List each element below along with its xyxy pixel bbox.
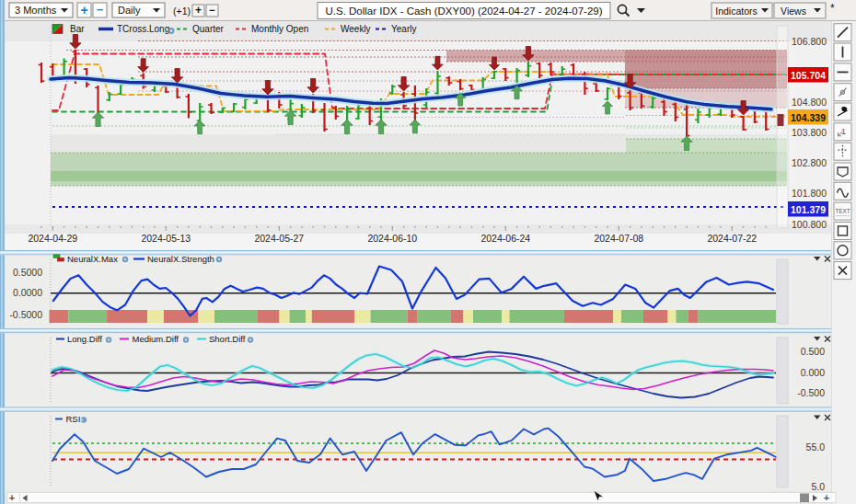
svg-text:TEXT: TEXT [835,208,850,214]
svg-text:101.379: 101.379 [791,204,826,215]
svg-text:Medium.Diff: Medium.Diff [133,334,179,344]
svg-text:2024-06-24: 2024-06-24 [480,233,530,244]
svg-text:−: − [97,3,104,17]
svg-text:2024-05-27: 2024-05-27 [254,233,304,244]
svg-text:3 Months: 3 Months [15,5,57,16]
svg-text:+: + [195,4,202,17]
svg-text:2024-07-08: 2024-07-08 [594,233,643,244]
svg-text:+: + [9,492,15,503]
svg-text:5.0: 5.0 [811,481,825,492]
svg-text:0.500: 0.500 [801,346,825,357]
svg-text:104.339: 104.339 [791,112,826,123]
svg-text:NeuralX.Max: NeuralX.Max [67,254,118,264]
svg-text:TCross.Long: TCross.Long [117,24,169,34]
svg-text:(+1): (+1) [173,6,191,17]
svg-text:Views: Views [781,6,806,17]
svg-text:U.S. Dollar IDX - Cash (DXY00): U.S. Dollar IDX - Cash (DXY00) (2024-04-… [325,6,602,17]
svg-text:*: * [830,2,835,15]
svg-text:Yearly: Yearly [391,24,416,34]
svg-text:-0.500: -0.500 [797,387,825,398]
svg-text:0.0000: 0.0000 [13,287,42,298]
svg-text:103.800: 103.800 [792,127,827,138]
svg-text:0.000: 0.000 [801,367,825,378]
svg-text:Weekly: Weekly [341,24,371,34]
svg-text:104.800: 104.800 [792,97,827,108]
svg-text:102.800: 102.800 [792,157,827,168]
svg-text:0.5000: 0.5000 [13,267,42,278]
svg-text:106.800: 106.800 [792,36,827,47]
svg-text:2024-07-22: 2024-07-22 [707,233,757,244]
svg-text:Long.Diff: Long.Diff [67,334,102,344]
svg-text:−: − [209,5,214,16]
svg-text:Bar: Bar [70,24,85,34]
svg-text:RSI: RSI [66,414,81,424]
svg-text:+: + [80,3,87,17]
svg-text:Monthly Open: Monthly Open [251,24,308,34]
svg-text:Indicators: Indicators [715,6,758,17]
svg-text:100.800: 100.800 [792,219,827,230]
svg-text:2024-05-13: 2024-05-13 [141,233,191,244]
svg-text:2024-06-10: 2024-06-10 [367,233,417,244]
svg-text:101.800: 101.800 [792,188,827,199]
svg-text:+: + [824,492,829,503]
svg-text:Daily: Daily [118,5,141,16]
svg-text:Short.Diff: Short.Diff [209,334,246,344]
svg-text:2024-04-29: 2024-04-29 [28,233,77,244]
svg-text:-0.5000: -0.5000 [9,309,42,320]
svg-text:Quarter: Quarter [192,24,225,34]
svg-text:105.704: 105.704 [791,70,826,81]
svg-text:NeuralX.Strength: NeuralX.Strength [147,254,214,264]
svg-text:55.0: 55.0 [806,441,826,452]
